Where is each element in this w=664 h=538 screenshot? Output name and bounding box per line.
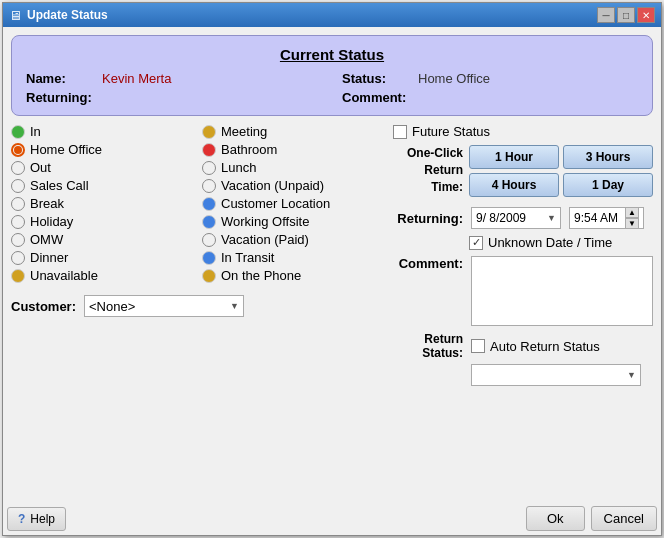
help-button[interactable]: ? Help xyxy=(7,507,66,531)
radio-circle-dinner xyxy=(11,251,25,265)
radio-label-lunch: Lunch xyxy=(221,160,256,175)
radio-label-holiday: Holiday xyxy=(30,214,73,229)
main-area: InMeetingHome OfficeBathroomOutLunchSale… xyxy=(11,124,653,492)
return-status-label-col: Return Status: xyxy=(393,332,463,360)
radio-home-office[interactable]: Home Office xyxy=(11,142,192,157)
one-day-button[interactable]: 1 Day xyxy=(563,173,653,197)
close-button[interactable]: ✕ xyxy=(637,7,655,23)
status-fields: Name: Kevin Merta Status: Home Office Re… xyxy=(26,71,638,105)
one-click-container: One-Click Return Time: 1 Hour 3 Hours 4 … xyxy=(393,145,653,197)
radio-omw[interactable]: OMW xyxy=(11,232,192,247)
future-status-row: Future Status xyxy=(393,124,653,139)
update-status-window: 🖥 Update Status ─ □ ✕ Current Status Nam… xyxy=(2,2,662,536)
radio-out[interactable]: Out xyxy=(11,160,192,175)
radio-circle-working-offsite xyxy=(202,215,216,229)
radio-label-on-the-phone: On the Phone xyxy=(221,268,301,283)
radio-grid: InMeetingHome OfficeBathroomOutLunchSale… xyxy=(11,124,383,283)
comment-label-row: Comment: xyxy=(393,256,653,326)
returning-time-value: 9:54 AM xyxy=(574,211,623,225)
radio-circle-meeting xyxy=(202,125,216,139)
returning-date-input[interactable]: 9/ 8/2009 ▼ xyxy=(471,207,561,229)
radio-on-the-phone[interactable]: On the Phone xyxy=(202,268,383,283)
four-hours-button[interactable]: 4 Hours xyxy=(469,173,559,197)
comment-field-label: Comment: xyxy=(393,256,463,271)
customer-row: Customer: <None> ▼ xyxy=(11,295,383,317)
cancel-button[interactable]: Cancel xyxy=(591,506,657,531)
radio-label-omw: OMW xyxy=(30,232,63,247)
comment-label: Comment: xyxy=(342,90,412,105)
maximize-button[interactable]: □ xyxy=(617,7,635,23)
one-click-grid: 1 Hour 3 Hours 4 Hours 1 Day xyxy=(469,145,653,197)
return-status-section: Return Status: Auto Return Status ▼ xyxy=(393,332,653,386)
auto-return-label: Auto Return Status xyxy=(490,339,600,354)
radio-label-break: Break xyxy=(30,196,64,211)
titlebar-left: 🖥 Update Status xyxy=(9,8,108,23)
comment-textarea[interactable] xyxy=(471,256,653,326)
radio-label-vacation-paid: Vacation (Paid) xyxy=(221,232,309,247)
footer-right: Ok Cancel xyxy=(526,506,657,531)
customer-dropdown-arrow: ▼ xyxy=(230,301,239,311)
date-dropdown-arrow: ▼ xyxy=(547,213,556,223)
radio-dinner[interactable]: Dinner xyxy=(11,250,192,265)
returning-time-input[interactable]: 9:54 AM ▲ ▼ xyxy=(569,207,644,229)
radio-label-customer-location: Customer Location xyxy=(221,196,330,211)
radio-label-working-offsite: Working Offsite xyxy=(221,214,309,229)
radio-label-in-transit: In Transit xyxy=(221,250,274,265)
current-status-panel: Current Status Name: Kevin Merta Status:… xyxy=(11,35,653,116)
radio-vacation-unpaid[interactable]: Vacation (Unpaid) xyxy=(202,178,383,193)
auto-return-checkbox[interactable] xyxy=(471,339,485,353)
radio-circle-out xyxy=(11,161,25,175)
return-status-dropdown[interactable]: ▼ xyxy=(471,364,641,386)
time-down-button[interactable]: ▼ xyxy=(625,218,639,229)
unknown-date-row: Unknown Date / Time xyxy=(469,235,653,250)
customer-label: Customer: xyxy=(11,299,76,314)
radio-bathroom[interactable]: Bathroom xyxy=(202,142,383,157)
radio-label-home-office: Home Office xyxy=(30,142,102,157)
three-hours-button[interactable]: 3 Hours xyxy=(563,145,653,169)
radio-working-offsite[interactable]: Working Offsite xyxy=(202,214,383,229)
right-panel: Future Status One-Click Return Time: 1 H… xyxy=(393,124,653,492)
radio-label-vacation-unpaid: Vacation (Unpaid) xyxy=(221,178,324,193)
unknown-date-label: Unknown Date / Time xyxy=(488,235,612,250)
radio-vacation-paid[interactable]: Vacation (Paid) xyxy=(202,232,383,247)
radio-circle-in xyxy=(11,125,25,139)
return-status-dropdown-row: ▼ xyxy=(393,364,653,386)
radio-label-sales-call: Sales Call xyxy=(30,178,89,193)
help-icon: ? xyxy=(18,512,25,526)
titlebar-buttons: ─ □ ✕ xyxy=(597,7,655,23)
radio-meeting[interactable]: Meeting xyxy=(202,124,383,139)
radio-unavailable[interactable]: Unavailable xyxy=(11,268,192,283)
left-panel: InMeetingHome OfficeBathroomOutLunchSale… xyxy=(11,124,383,492)
radio-label-dinner: Dinner xyxy=(30,250,68,265)
radio-break[interactable]: Break xyxy=(11,196,192,211)
ok-button[interactable]: Ok xyxy=(526,506,585,531)
titlebar: 🖥 Update Status ─ □ ✕ xyxy=(3,3,661,27)
radio-lunch[interactable]: Lunch xyxy=(202,160,383,175)
one-hour-button[interactable]: 1 Hour xyxy=(469,145,559,169)
radio-sales-call[interactable]: Sales Call xyxy=(11,178,192,193)
time-up-button[interactable]: ▲ xyxy=(625,207,639,218)
radio-circle-on-the-phone xyxy=(202,269,216,283)
window-title: Update Status xyxy=(27,8,108,22)
radio-in[interactable]: In xyxy=(11,124,192,139)
radio-circle-unavailable xyxy=(11,269,25,283)
radio-holiday[interactable]: Holiday xyxy=(11,214,192,229)
window-content: Current Status Name: Kevin Merta Status:… xyxy=(3,27,661,500)
auto-return-checkbox-row: Auto Return Status xyxy=(471,339,600,354)
name-row: Name: Kevin Merta xyxy=(26,71,322,86)
customer-select[interactable]: <None> ▼ xyxy=(84,295,244,317)
returning-date-value: 9/ 8/2009 xyxy=(476,211,526,225)
app-icon: 🖥 xyxy=(9,8,22,23)
radio-circle-home-office xyxy=(11,143,25,157)
radio-circle-lunch xyxy=(202,161,216,175)
future-status-label: Future Status xyxy=(412,124,490,139)
status-value: Home Office xyxy=(418,71,490,86)
unknown-date-checkbox[interactable] xyxy=(469,236,483,250)
radio-in-transit[interactable]: In Transit xyxy=(202,250,383,265)
help-label: Help xyxy=(30,512,55,526)
radio-circle-holiday xyxy=(11,215,25,229)
radio-customer-location[interactable]: Customer Location xyxy=(202,196,383,211)
minimize-button[interactable]: ─ xyxy=(597,7,615,23)
footer: ? Help Ok Cancel xyxy=(3,500,661,535)
future-status-checkbox[interactable] xyxy=(393,125,407,139)
